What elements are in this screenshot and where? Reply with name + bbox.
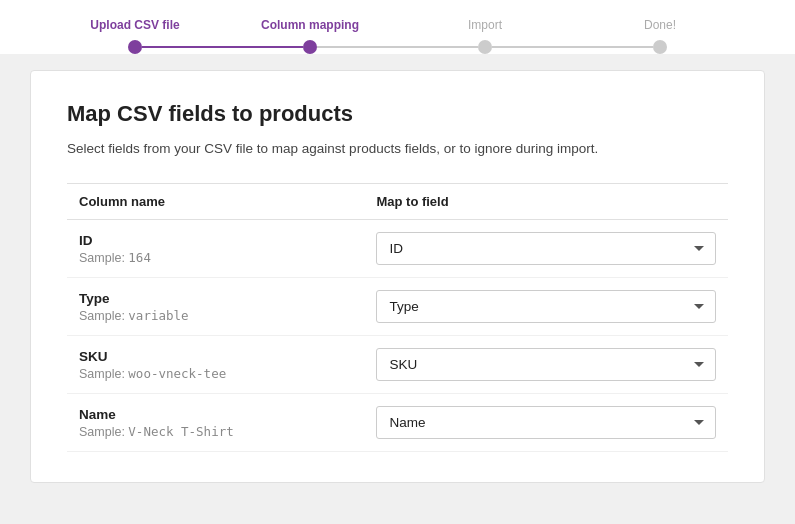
col-name-1: Type [79, 291, 352, 306]
step-column-mapping: Column mapping [223, 18, 398, 54]
step-import-label: Import [468, 18, 502, 32]
step-done-label: Done! [644, 18, 676, 32]
mapping-table: Column name Map to field ID Sample: 164 … [67, 183, 728, 452]
col-name-2: SKU [79, 349, 352, 364]
step-column-mapping-circle [303, 40, 317, 54]
step-import: Import [398, 18, 573, 54]
col-sample-3: Sample: V-Neck T-Shirt [79, 424, 352, 439]
field-select-3[interactable]: IDTypeSKUNameDescriptionPriceStockDo not… [376, 406, 716, 439]
field-select-1[interactable]: IDTypeSKUNameDescriptionPriceStockDo not… [376, 290, 716, 323]
field-select-0[interactable]: IDTypeSKUNameDescriptionPriceStockDo not… [376, 232, 716, 265]
page-description: Select fields from your CSV file to map … [67, 139, 728, 159]
page-title: Map CSV fields to products [67, 101, 728, 127]
step-import-circle [478, 40, 492, 54]
step-upload-csv-label: Upload CSV file [90, 18, 179, 32]
table-row: ID Sample: 164 IDTypeSKUNameDescriptionP… [67, 220, 728, 278]
col-name-0: ID [79, 233, 352, 248]
step-upload-csv-circle [128, 40, 142, 54]
col-sample-1: Sample: variable [79, 308, 352, 323]
step-column-mapping-label: Column mapping [261, 18, 359, 32]
table-row: SKU Sample: woo-vneck-tee IDTypeSKUNameD… [67, 336, 728, 394]
column-name-header: Column name [67, 184, 364, 220]
main-content: Map CSV fields to products Select fields… [30, 70, 765, 483]
step-done: Done! [573, 18, 748, 54]
step-done-circle [653, 40, 667, 54]
col-sample-2: Sample: woo-vneck-tee [79, 366, 352, 381]
table-row: Name Sample: V-Neck T-Shirt IDTypeSKUNam… [67, 394, 728, 452]
step-upload-csv: Upload CSV file [48, 18, 223, 54]
map-to-field-header: Map to field [364, 184, 728, 220]
col-name-3: Name [79, 407, 352, 422]
col-sample-0: Sample: 164 [79, 250, 352, 265]
table-row: Type Sample: variable IDTypeSKUNameDescr… [67, 278, 728, 336]
stepper: Upload CSV file Column mapping Import [0, 0, 795, 54]
field-select-2[interactable]: IDTypeSKUNameDescriptionPriceStockDo not… [376, 348, 716, 381]
